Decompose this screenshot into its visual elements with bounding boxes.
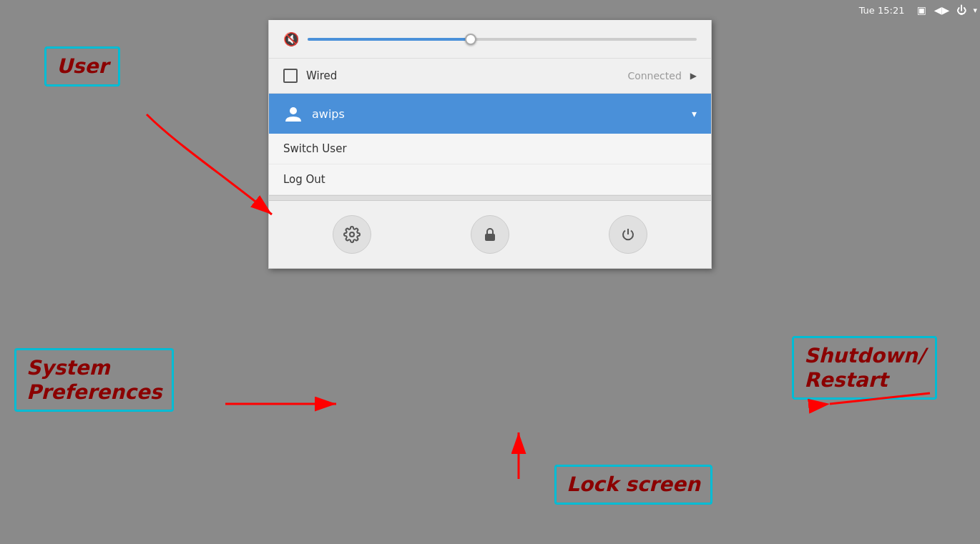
annotation-syspref-label: SystemPreferences bbox=[26, 356, 162, 404]
logout-item[interactable]: Log Out bbox=[269, 164, 711, 195]
system-preferences-button[interactable] bbox=[333, 215, 371, 254]
annotation-user-label: User bbox=[57, 54, 108, 78]
user-dropdown-arrow: ▾ bbox=[692, 108, 697, 119]
volume-topbar-icon[interactable]: ◀▶ bbox=[933, 1, 950, 19]
switch-user-item[interactable]: Switch User bbox=[269, 134, 711, 164]
shutdown-button[interactable] bbox=[609, 215, 647, 254]
user-section[interactable]: awips ▾ bbox=[269, 94, 711, 134]
annotation-syspref-box: SystemPreferences bbox=[14, 348, 174, 412]
volume-section: 🔇 bbox=[269, 20, 711, 59]
annotation-lockscreen-label: Lock screen bbox=[567, 473, 700, 496]
screen-icon[interactable]: ▣ bbox=[913, 1, 930, 19]
annotation-user-box: User bbox=[44, 46, 120, 86]
svg-rect-2 bbox=[485, 234, 495, 241]
network-arrow-icon: ▶ bbox=[690, 71, 697, 81]
volume-slider-fill bbox=[308, 38, 471, 41]
bottom-actions bbox=[269, 201, 711, 268]
time-display: Tue 15:21 bbox=[853, 5, 911, 16]
svg-point-1 bbox=[350, 232, 354, 237]
annotation-lockscreen-box: Lock screen bbox=[554, 465, 712, 505]
user-name: awips bbox=[312, 107, 683, 121]
network-section[interactable]: Wired Connected ▶ bbox=[269, 59, 711, 94]
arrow-syspref bbox=[218, 382, 383, 440]
volume-slider-thumb[interactable] bbox=[465, 34, 476, 45]
lock-screen-button[interactable] bbox=[471, 215, 509, 254]
menu-divider bbox=[269, 195, 711, 201]
network-label: Wired bbox=[306, 69, 337, 82]
volume-mute-icon: 🔇 bbox=[283, 31, 299, 46]
wired-network-icon bbox=[283, 69, 298, 83]
power-topbar-icon[interactable]: ⏻ bbox=[953, 1, 970, 19]
topbar-dropdown-arrow[interactable]: ▾ bbox=[973, 6, 977, 15]
system-menu-panel: 🔇 Wired Connected ▶ awips ▾ Switch User … bbox=[268, 20, 712, 269]
arrow-user bbox=[132, 100, 304, 243]
arrow-lockscreen bbox=[490, 415, 547, 486]
network-status: Connected bbox=[627, 70, 681, 81]
top-bar: Tue 15:21 ▣ ◀▶ ⏻ ▾ bbox=[851, 0, 980, 20]
arrow-shutdown bbox=[794, 372, 937, 429]
volume-slider-track[interactable] bbox=[308, 38, 697, 41]
